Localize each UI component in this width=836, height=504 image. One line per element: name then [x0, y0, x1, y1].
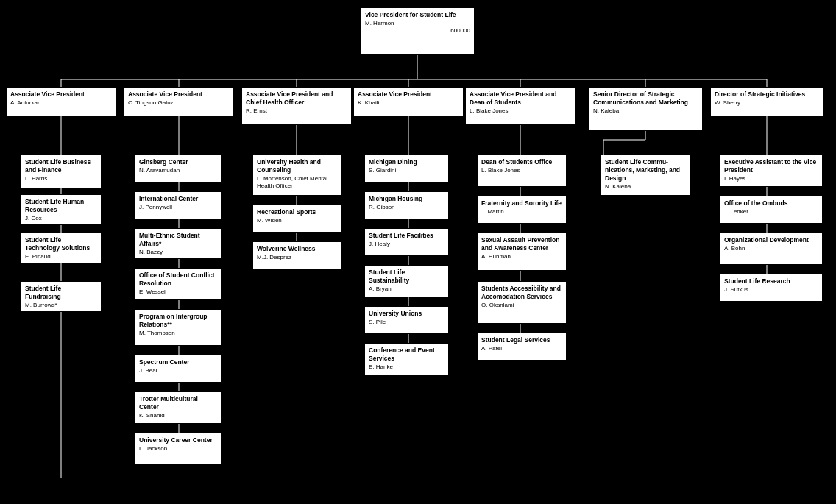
- ces-name: E. Hanke: [369, 363, 444, 371]
- slbf-name: L. Harris: [25, 175, 97, 182]
- ucc-box: University Career Center L. Jackson: [135, 433, 222, 465]
- slf-box: Student Life Fundraising M. Burrows*: [21, 281, 102, 312]
- fsl-name: T. Martin: [481, 208, 562, 216]
- avp4-name: K. Khaili: [358, 99, 459, 107]
- od-title: Organizational Development: [724, 236, 818, 244]
- saas-name: O. Okanlami: [481, 302, 562, 309]
- dsi-name: W. Sherry: [715, 99, 820, 107]
- sc-title: Spectrum Center: [139, 358, 217, 366]
- fsl-box: Fraternity and Sorority Life T. Martin: [477, 196, 567, 224]
- ic-title: International Center: [139, 195, 217, 203]
- mesa-name: N. Bazzy: [139, 249, 217, 256]
- oto-box: Office of the Ombuds T. Lehker: [720, 196, 823, 224]
- saas-title: Students Accessibility and Accomodation …: [481, 285, 562, 301]
- tmc-name: K. Shahid: [139, 412, 217, 419]
- slsus-name: A. Bryan: [369, 285, 444, 293]
- mesa-box: Multi-Ethnic Student Affairs* N. Bazzy: [135, 228, 222, 259]
- rs-title: Recreational Sports: [257, 208, 338, 216]
- slsus-box: Student Life Sustainability A. Bryan: [364, 265, 449, 297]
- avp3-name: R. Ernst: [246, 107, 347, 115]
- vp-code: 600000: [365, 27, 470, 35]
- avp4-title: Associate Vice President: [358, 90, 459, 99]
- eavp-name: I. Hayes: [724, 175, 818, 182]
- mh-name: R. Gibson: [369, 204, 444, 211]
- rs-box: Recreational Sports M. Widen: [252, 205, 342, 233]
- oto-title: Office of the Ombuds: [724, 199, 818, 207]
- od-name: A. Bohn: [724, 245, 818, 252]
- oto-name: T. Lehker: [724, 208, 818, 216]
- slcm-title: Student Life Commu-nications, Marketing,…: [605, 158, 686, 182]
- eavp-title: Executive Assistant to the Vice Presiden…: [724, 158, 818, 174]
- slcm-box: Student Life Commu-nications, Marketing,…: [601, 155, 690, 196]
- vp-box: Vice President for Student Life M. Harmo…: [361, 7, 475, 55]
- uhc-name: L. Mortenson, Chief Mental Health Office…: [257, 175, 338, 191]
- slsus-title: Student Life Sustainability: [369, 269, 444, 285]
- slhr-box: Student Life Human Resources J. Cox: [21, 194, 102, 225]
- sd-name: N. Kaleba: [593, 107, 698, 115]
- dso-box: Dean of Students Office L. Blake Jones: [477, 155, 567, 187]
- tmc-box: Trotter Multicultural Center K. Shahid: [135, 391, 222, 424]
- ucc-name: L. Jackson: [139, 445, 217, 452]
- avp5-box: Associate Vice President and Dean of Stu…: [465, 87, 575, 125]
- sd-title: Senior Director of Strategic Communicati…: [593, 90, 698, 107]
- sapa-box: Sexual Assault Prevention and Awareness …: [477, 233, 567, 271]
- uu-name: S. Pile: [369, 319, 444, 326]
- mh-title: Michigan Housing: [369, 195, 444, 203]
- mh-box: Michigan Housing R. Gibson: [364, 191, 449, 219]
- slbf-box: Student Life Business and Finance L. Har…: [21, 155, 102, 188]
- slr-title: Student Life Research: [724, 277, 818, 285]
- avp2-box: Associate Vice President C. Tingson Gatu…: [124, 87, 234, 116]
- sls-title: Student Legal Services: [481, 336, 562, 344]
- avp1-name: A. Anturkar: [10, 99, 112, 107]
- sc-box: Spectrum Center J. Beal: [135, 355, 222, 383]
- ww-name: M.J. Desprez: [257, 254, 338, 261]
- dsi-box: Director of Strategic Initiatives W. She…: [710, 87, 824, 116]
- uu-box: University Unions S. Pile: [364, 306, 449, 334]
- gc-name: N. Aravamudan: [139, 167, 217, 174]
- avp2-title: Associate Vice President: [128, 90, 230, 99]
- ic-box: International Center J. Pennywell: [135, 191, 222, 219]
- slfac-title: Student Life Facilities: [369, 232, 444, 240]
- oscr-name: E. Wessell: [139, 288, 217, 296]
- md-box: Michigan Dining S. Giardini: [364, 155, 449, 182]
- md-name: S. Giardini: [369, 167, 444, 174]
- dso-name: L. Blake Jones: [481, 167, 562, 174]
- slts-name: E. Pinaud: [25, 253, 97, 260]
- avp1-box: Associate Vice President A. Anturkar: [6, 87, 116, 116]
- slhr-title: Student Life Human Resources: [25, 198, 97, 214]
- avp3-title: Associate Vice President and Chief Healt…: [246, 90, 347, 107]
- uhc-box: University Health and Counseling L. Mort…: [252, 155, 342, 196]
- gc-box: Ginsberg Center N. Aravamudan: [135, 155, 222, 182]
- avp1-title: Associate Vice President: [10, 90, 112, 99]
- sd-box: Senior Director of Strategic Communicati…: [589, 87, 703, 131]
- tmc-title: Trotter Multicultural Center: [139, 395, 217, 411]
- vp-title: Vice President for Student Life: [365, 11, 470, 19]
- sls-name: A. Patel: [481, 345, 562, 352]
- sc-name: J. Beal: [139, 367, 217, 375]
- uu-title: University Unions: [369, 310, 444, 318]
- md-title: Michigan Dining: [369, 158, 444, 166]
- oscr-title: Office of Student Conflict Resolution: [139, 271, 217, 288]
- avp5-title: Associate Vice President and Dean of Stu…: [470, 90, 571, 107]
- od-box: Organizational Development A. Bohn: [720, 233, 823, 265]
- slr-name: J. Sutkus: [724, 286, 818, 294]
- dso-title: Dean of Students Office: [481, 158, 562, 166]
- avp3-box: Associate Vice President and Chief Healt…: [241, 87, 352, 125]
- uhc-title: University Health and Counseling: [257, 158, 338, 174]
- vp-name: M. Harmon: [365, 20, 470, 27]
- slts-title: Student Life Technology Solutions: [25, 236, 97, 252]
- slf-name: M. Burrows*: [25, 302, 97, 309]
- slhr-name: J. Cox: [25, 215, 97, 222]
- ww-title: Wolverine Wellness: [257, 245, 338, 253]
- avp5-name: L. Blake Jones: [470, 107, 571, 115]
- pir-box: Program on Intergroup Relations** M. Tho…: [135, 309, 222, 346]
- slr-box: Student Life Research J. Sutkus: [720, 274, 823, 302]
- saas-box: Students Accessibility and Accomodation …: [477, 281, 567, 324]
- pir-name: M. Thompson: [139, 330, 217, 337]
- slf-title: Student Life Fundraising: [25, 285, 97, 301]
- gc-title: Ginsberg Center: [139, 158, 217, 166]
- mesa-title: Multi-Ethnic Student Affairs*: [139, 232, 217, 248]
- ces-title: Conference and Event Services: [369, 347, 444, 363]
- sls-box: Student Legal Services A. Patel: [477, 333, 567, 361]
- ww-box: Wolverine Wellness M.J. Desprez: [252, 241, 342, 269]
